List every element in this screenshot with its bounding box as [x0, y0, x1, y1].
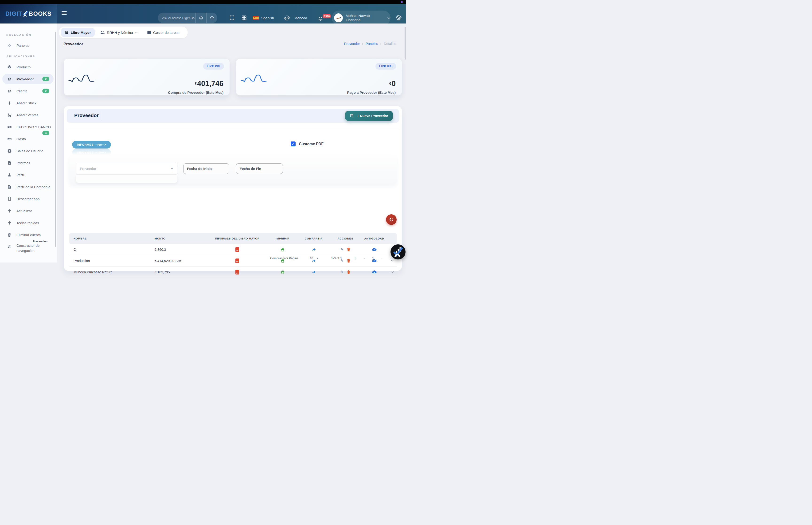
- menu-toggle-icon[interactable]: [62, 11, 67, 15]
- breadcrumb: Proveedor › Paneles › Detalles: [344, 42, 396, 46]
- product-box-icon: [7, 65, 12, 69]
- sidebar-item-eliminar-cuenta[interactable]: Eliminar cuenta Precaucion: [2, 229, 53, 240]
- spain-flag-icon[interactable]: [253, 16, 259, 20]
- print-icon[interactable]: [268, 247, 297, 252]
- person-icon: [7, 172, 12, 177]
- kpi-card-pago: LIVE KPI €0 Pago a Proveedor (Este Mes): [236, 59, 402, 95]
- building-icon: [7, 184, 12, 189]
- currency-label[interactable]: Moneda: [294, 16, 307, 20]
- sidebar-item-salas-de-usuario[interactable]: Salas de Usuario: [2, 146, 53, 156]
- hr-people-gear-icon: [100, 31, 105, 34]
- sidebar-item-efectivo-y-banco[interactable]: EFECTIVO Y BANCO 4: [2, 122, 53, 132]
- user-name: Mohsin Nawab Chandna: [346, 14, 385, 22]
- breadcrumb-separator: ›: [380, 42, 382, 46]
- pagination-bar: Compras Por Página 10 ▼ 1-3 of 3 |‹ ‹ 1 …: [270, 256, 392, 260]
- sidebar-item-teclas-rapidas[interactable]: Teclas rapidas: [2, 217, 53, 228]
- svg-text:€: €: [288, 17, 289, 18]
- nuevo-proveedor-button[interactable]: + Nuevo Proveedor: [345, 111, 393, 121]
- ledger-book-icon: [65, 31, 68, 34]
- currency-exchange-icon[interactable]: $ €: [284, 15, 290, 21]
- arrow-up-icon: [7, 208, 12, 213]
- settings-gear-icon[interactable]: [396, 15, 402, 21]
- sidebar-item-actualizar[interactable]: Actualizar: [2, 206, 53, 216]
- divider: [101, 111, 101, 121]
- aging-cloud-icon[interactable]: [361, 248, 388, 251]
- breadcrumb-separator: ›: [362, 42, 364, 46]
- sparkline-chart: [240, 72, 274, 84]
- expense-check-icon: $: [7, 137, 12, 141]
- first-page-button[interactable]: |‹: [355, 256, 357, 260]
- page-scrollbar[interactable]: [404, 27, 405, 60]
- trash-icon: [7, 232, 12, 237]
- fullscreen-icon[interactable]: [229, 15, 235, 21]
- page-size-select[interactable]: 10 ▼: [310, 256, 318, 260]
- tab-gestor-tareas[interactable]: Gestor de tareas: [143, 28, 183, 37]
- refresh-button[interactable]: ↻: [386, 214, 397, 225]
- chevron-down-icon: [135, 32, 138, 33]
- next-page-button[interactable]: ›: [381, 256, 382, 260]
- sidebar-item-perfil-compania[interactable]: Perfil de la Compañía: [2, 182, 53, 192]
- panel-header: Proveedor + Nuevo Proveedor: [67, 109, 399, 123]
- notification-count-badge: 1910: [323, 14, 331, 18]
- sidebar-item-anadir-ventas[interactable]: Añadir Ventas: [2, 110, 53, 120]
- informes-chip[interactable]: INFORMES -->to-->: [72, 141, 111, 149]
- proveedor-panel: Proveedor + Nuevo Proveedor INFORMES -->…: [64, 106, 402, 262]
- sliders-icon: [7, 244, 12, 249]
- sidebar-item-anadir-stock[interactable]: Añadir Stock: [2, 98, 53, 108]
- sidebar-item-paneles[interactable]: Paneles: [2, 40, 53, 50]
- breadcrumb-paneles[interactable]: Paneles: [366, 42, 378, 46]
- sidebar-scrollbar[interactable]: [55, 32, 56, 247]
- learn-icon[interactable]: [206, 13, 217, 23]
- chevron-down-icon: [387, 17, 390, 19]
- user-menu[interactable]: Smart Mohsin Nawab Chandna: [332, 11, 390, 25]
- browser-top-strip: [0, 0, 406, 4]
- breadcrumb-proveedor[interactable]: Proveedor: [344, 42, 360, 46]
- dashboard-grid-icon: [7, 43, 12, 48]
- sidebar-item-informes[interactable]: Informes: [2, 158, 53, 168]
- sidebar-item-descargar-app[interactable]: Descargar app: [2, 194, 53, 204]
- sidebar-item-gasto[interactable]: $ Gasto: [2, 134, 53, 144]
- fecha-inicio-input[interactable]: Fecha de Inicio: [183, 163, 229, 174]
- custom-pdf-checkbox[interactable]: ✓: [291, 141, 295, 146]
- sidebar: NAVEGACIÓN Paneles APLICACIONES Producto: [0, 24, 57, 262]
- sidebar-item-constructor-navegacion[interactable]: Constructor de navegacion: [2, 242, 53, 256]
- digitxbooks-x-icon: [393, 247, 403, 257]
- prev-page-button[interactable]: ‹: [364, 256, 365, 260]
- share-icon[interactable]: [297, 247, 330, 252]
- tab-rrhh-nomina[interactable]: RRHH y Nómina: [96, 28, 141, 37]
- live-kpi-badge: LIVE KPI: [376, 63, 396, 70]
- current-page: 1: [372, 256, 374, 260]
- logo[interactable]: DIGIT BOOKS: [0, 4, 57, 24]
- jpg-export-icon[interactable]: JPG: [207, 258, 268, 263]
- delete-trash-icon[interactable]: [347, 247, 350, 252]
- edit-pencil-icon[interactable]: ✎: [340, 247, 343, 252]
- tab-libro-mayor[interactable]: Libro Mayor: [61, 28, 95, 37]
- kpi-value: €401,746: [195, 79, 224, 88]
- custom-pdf-option: ✓ Custome PDF: [291, 141, 323, 146]
- sidebar-item-producto[interactable]: Producto: [2, 62, 53, 72]
- robot-icon[interactable]: [196, 13, 206, 23]
- app-header: DIGIT BOOKS Ask AI across DigitXBo: [0, 4, 406, 24]
- panel-title: Proveedor: [74, 112, 99, 118]
- main-content: Libro Mayor RRHH y Nómina Ge: [57, 24, 406, 262]
- sidebar-item-cliente[interactable]: Cliente 2: [2, 86, 53, 96]
- kpi-card-compra: LIVE KPI €401,746 Compra de Proveedor (E…: [64, 59, 230, 95]
- language-label[interactable]: Spanish: [261, 16, 274, 20]
- table-row[interactable]: C € 860.3 JPG ✎: [69, 244, 397, 255]
- search-input[interactable]: Ask AI across DigitXBo: [158, 16, 196, 20]
- sidebar-item-perfil[interactable]: Perfil: [2, 170, 53, 180]
- last-page-button[interactable]: ›|: [389, 256, 392, 260]
- cash-icon: [7, 124, 12, 129]
- logo-x-icon: [22, 11, 28, 17]
- fecha-fin-input[interactable]: Fecha de Fin: [236, 163, 283, 174]
- chat-widget-button[interactable]: [390, 244, 405, 259]
- apps-grid-icon[interactable]: [241, 15, 247, 21]
- user-circle-icon: [7, 149, 12, 153]
- proveedor-select[interactable]: Proveedor ▼: [76, 163, 178, 174]
- sidebar-item-proveedor[interactable]: Proveedor 2: [2, 74, 53, 84]
- ai-search-bar[interactable]: Ask AI across DigitXBo: [158, 13, 217, 23]
- plus-icon: [7, 101, 12, 105]
- actions-cell: ✎: [330, 247, 361, 252]
- jpg-export-icon[interactable]: JPG: [207, 247, 268, 252]
- recording-dot: [401, 1, 403, 3]
